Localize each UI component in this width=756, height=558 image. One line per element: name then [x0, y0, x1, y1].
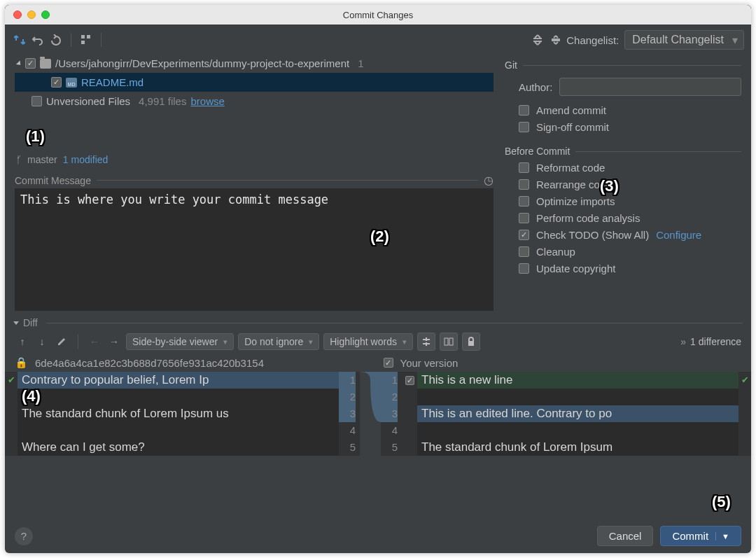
configure-link[interactable]: Configure [656, 229, 701, 241]
diff-line [417, 422, 738, 439]
commit-button[interactable]: Commit▼ [660, 526, 741, 546]
before-commit-header: Before Commit [505, 146, 570, 157]
author-input[interactable] [559, 78, 741, 96]
git-section-header: Git [505, 60, 517, 71]
reformat-label: Reformat code [536, 162, 605, 174]
window-title: Commit Changes [5, 10, 751, 20]
divider [575, 151, 741, 152]
prev-file-icon[interactable]: ← [87, 334, 102, 349]
modified-count[interactable]: 1 modified [63, 154, 108, 165]
group-by-icon[interactable] [78, 32, 94, 48]
tree-root-label: /Users/jahongirr/DevExperiments/dummy-pr… [55, 57, 349, 69]
svg-rect-0 [81, 35, 85, 39]
right-checkbox[interactable] [384, 358, 393, 368]
optimize-checkbox[interactable] [519, 196, 529, 207]
unversioned-count: 4,991 files [139, 95, 186, 107]
undo-icon[interactable] [30, 32, 46, 48]
refresh-icon[interactable] [12, 32, 27, 48]
gutter-number: 3 [339, 405, 356, 422]
separator [71, 33, 71, 47]
svg-rect-3 [444, 338, 448, 345]
next-diff-icon[interactable]: ↓ [34, 334, 50, 349]
gutter-number: 1 [339, 372, 356, 389]
commit-toolbar: Changelist: Default Changelist [5, 25, 751, 54]
root-checkbox[interactable] [25, 58, 36, 69]
redo-icon[interactable] [48, 32, 64, 48]
expand-arrow-icon[interactable] [16, 60, 22, 67]
amend-checkbox[interactable] [519, 105, 529, 116]
sync-scroll-icon[interactable] [440, 333, 458, 351]
browse-link[interactable]: browse [190, 95, 224, 107]
diff-line: Contrary to popular belief, Lorem Ip [18, 372, 339, 389]
rearrange-checkbox[interactable] [519, 179, 529, 190]
branch-status-row: ᚶ master 1 modified [15, 150, 493, 169]
tree-root-row[interactable]: /Users/jahongirr/DevExperiments/dummy-pr… [15, 54, 493, 73]
tree-file-row[interactable]: MD README.md [15, 73, 493, 92]
commit-dropdown-icon[interactable]: ▼ [715, 532, 729, 540]
collapse-unchanged-icon[interactable] [417, 333, 435, 351]
separator [78, 335, 78, 349]
svg-rect-1 [87, 35, 90, 39]
diff-right-pane: This is a new line This is an edited lin… [417, 372, 738, 456]
prev-diff-icon[interactable]: ↑ [15, 334, 30, 349]
unversioned-row[interactable]: Unversioned Files 4,991 files browse [15, 92, 493, 111]
next-file-icon[interactable]: → [106, 334, 122, 349]
diff-line: Where can I get some? [18, 439, 339, 456]
gutter-number: 1 [381, 372, 398, 389]
diff-toolbar: ↑ ↓ ← → Side-by-side viewer Do not ignor… [5, 328, 751, 354]
rearrange-label: Rearrange code [536, 179, 612, 190]
divider [97, 180, 478, 181]
copyright-label: Update copyright [536, 263, 615, 274]
accept-icon[interactable]: ✔ [8, 375, 15, 385]
branch-name: master [27, 154, 57, 165]
cleanup-checkbox[interactable] [519, 246, 529, 257]
gutter-number: 2 [339, 389, 356, 405]
lock-icon[interactable] [462, 333, 480, 351]
gutter-number: 5 [339, 439, 356, 456]
cancel-button[interactable]: Cancel [597, 526, 654, 546]
diff-line [18, 389, 339, 405]
folder-icon [40, 59, 51, 69]
edit-icon[interactable] [54, 334, 69, 349]
file-checkbox[interactable] [51, 77, 62, 88]
divider [523, 65, 741, 66]
diff-line [417, 389, 738, 405]
collapse-all-icon[interactable] [548, 32, 564, 48]
author-label: Author: [519, 81, 552, 93]
analysis-checkbox[interactable] [519, 213, 529, 223]
diff-line: The standard chunk of Lorem Ipsum [417, 439, 738, 456]
copyright-checkbox[interactable] [519, 263, 529, 274]
amend-label: Amend commit [536, 104, 606, 116]
diff-count-label: 1 difference [690, 336, 741, 347]
reformat-checkbox[interactable] [519, 162, 529, 173]
highlight-dropdown[interactable]: Highlight words [323, 333, 413, 350]
todo-checkbox[interactable] [519, 230, 529, 240]
commit-message-label: Commit Message [15, 175, 91, 186]
ignore-dropdown[interactable]: Do not ignore [238, 333, 319, 350]
accept-all-icon[interactable]: ✔ [741, 375, 749, 385]
diff-section-label: Diff [23, 317, 38, 328]
svg-rect-2 [81, 41, 85, 44]
diff-viewer[interactable]: ✔ Contrary to popular belief, Lorem Ip T… [5, 372, 751, 456]
separator [101, 33, 102, 47]
gutter-number: 3 [381, 405, 398, 422]
unversioned-checkbox[interactable] [31, 96, 42, 106]
svg-rect-4 [449, 338, 453, 345]
diff-line: This is a new line [417, 372, 738, 389]
history-icon[interactable]: ◷ [484, 174, 493, 187]
commit-message-input[interactable] [15, 188, 493, 311]
right-revision-label: Your version [400, 357, 742, 369]
optimize-label: Optimize imports [536, 195, 615, 207]
markdown-file-icon: MD [66, 78, 77, 88]
diff-collapse-icon[interactable] [13, 321, 19, 325]
signoff-checkbox[interactable] [519, 122, 529, 132]
line-checkbox[interactable] [405, 376, 414, 385]
help-button[interactable]: ? [15, 527, 33, 545]
changelist-dropdown[interactable]: Default Changelist [624, 30, 744, 50]
left-revision-hash: 6de4a6a4ca1e82c3b688d7656fe931ac420b3154 [35, 357, 377, 369]
viewer-mode-dropdown[interactable]: Side-by-side viewer [126, 333, 234, 350]
expand-all-icon[interactable] [530, 32, 545, 48]
cleanup-label: Cleanup [536, 246, 575, 258]
titlebar: Commit Changes [5, 5, 751, 25]
divider [46, 323, 743, 323]
